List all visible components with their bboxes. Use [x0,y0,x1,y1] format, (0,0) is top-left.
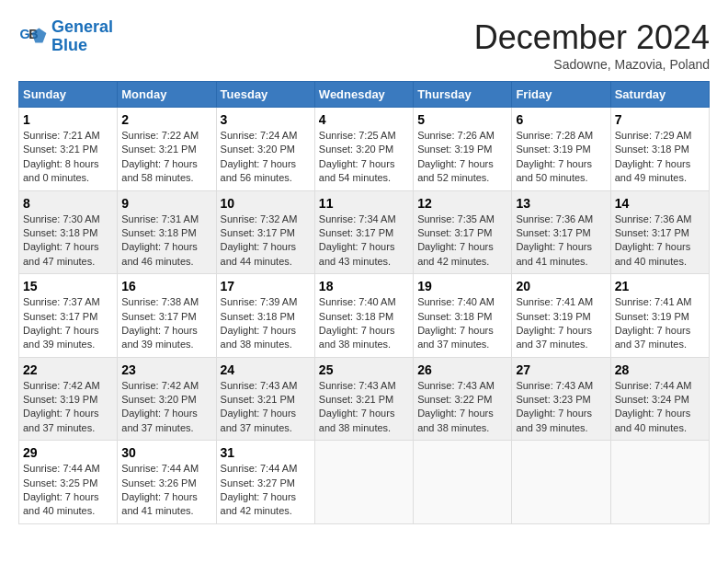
day-number: 22 [23,362,113,377]
day-number: 28 [615,362,705,377]
day-info: Sunrise: 7:35 AM Sunset: 3:17 PM Dayligh… [417,213,507,270]
day-number: 5 [417,112,507,127]
day-number: 23 [121,362,211,377]
day-info: Sunrise: 7:39 AM Sunset: 3:18 PM Dayligh… [221,295,311,352]
sunset-text: Sunset: 3:17 PM [319,227,393,238]
day-info: Sunrise: 7:29 AM Sunset: 3:18 PM Dayligh… [615,129,705,186]
day-info: Sunrise: 7:32 AM Sunset: 3:17 PM Dayligh… [221,213,311,270]
calendar-day-cell: 7 Sunrise: 7:29 AM Sunset: 3:18 PM Dayli… [610,108,709,191]
daylight-text: Daylight: 7 hours and 38 minutes. [221,325,297,350]
day-number: 31 [221,445,311,460]
calendar-day-cell: 12 Sunrise: 7:35 AM Sunset: 3:17 PM Dayl… [414,190,512,274]
sunrise-text: Sunrise: 7:39 AM [221,296,298,307]
sunrise-text: Sunrise: 7:42 AM [121,380,199,391]
sunrise-text: Sunrise: 7:21 AM [23,130,100,141]
day-info: Sunrise: 7:42 AM Sunset: 3:20 PM Dayligh… [121,379,211,436]
title-block: December 2024 Sadowne, Mazovia, Poland [474,18,710,72]
sunrise-text: Sunrise: 7:34 AM [319,213,396,224]
calendar-day-cell: 20 Sunrise: 7:41 AM Sunset: 3:19 PM Dayl… [512,274,610,358]
daylight-text: Daylight: 7 hours and 56 minutes. [221,158,297,183]
weekday-header: Friday [512,82,610,108]
calendar-day-cell: 10 Sunrise: 7:32 AM Sunset: 3:17 PM Dayl… [216,190,314,274]
day-info: Sunrise: 7:40 AM Sunset: 3:18 PM Dayligh… [319,295,409,352]
calendar-day-cell: 4 Sunrise: 7:25 AM Sunset: 3:20 PM Dayli… [314,108,413,191]
sunrise-text: Sunrise: 7:44 AM [121,463,199,474]
logo-text: General Blue [51,18,113,55]
day-info: Sunrise: 7:44 AM Sunset: 3:24 PM Dayligh… [615,379,705,436]
day-number: 16 [121,279,211,293]
daylight-text: Daylight: 7 hours and 37 minutes. [23,408,99,432]
day-info: Sunrise: 7:21 AM Sunset: 3:21 PM Dayligh… [23,129,113,186]
day-number: 4 [319,112,409,127]
weekday-header: Tuesday [216,82,314,108]
sunset-text: Sunset: 3:26 PM [121,477,196,488]
day-number: 25 [319,362,409,377]
sunset-text: Sunset: 3:25 PM [23,477,97,488]
day-number: 2 [121,112,211,127]
logo-line2: Blue [51,36,87,54]
weekday-header-row: SundayMondayTuesdayWednesdayThursdayFrid… [19,82,710,108]
sunset-text: Sunset: 3:17 PM [516,227,590,238]
day-number: 8 [23,196,113,211]
daylight-text: Daylight: 7 hours and 50 minutes. [516,158,592,183]
logo: G B General Blue [18,18,113,55]
calendar-day-cell: 24 Sunrise: 7:43 AM Sunset: 3:21 PM Dayl… [216,357,314,441]
sunset-text: Sunset: 3:19 PM [23,394,97,405]
weekday-header: Sunday [19,82,118,108]
calendar-week-row: 8 Sunrise: 7:30 AM Sunset: 3:18 PM Dayli… [19,190,710,274]
weekday-header: Thursday [414,82,512,108]
calendar-day-cell: 9 Sunrise: 7:31 AM Sunset: 3:18 PM Dayli… [118,190,216,274]
day-number: 27 [516,362,606,377]
calendar-week-row: 1 Sunrise: 7:21 AM Sunset: 3:21 PM Dayli… [19,108,710,191]
day-number: 29 [23,445,113,460]
logo-line1: General [51,17,113,36]
daylight-text: Daylight: 7 hours and 49 minutes. [615,158,691,183]
calendar-day-cell: 22 Sunrise: 7:42 AM Sunset: 3:19 PM Dayl… [19,357,118,441]
sunset-text: Sunset: 3:17 PM [417,227,492,238]
day-number: 17 [221,279,311,293]
daylight-text: Daylight: 7 hours and 37 minutes. [121,408,198,432]
calendar-day-cell: 8 Sunrise: 7:30 AM Sunset: 3:18 PM Dayli… [19,190,118,274]
day-number: 12 [417,196,507,211]
calendar-day-cell: 14 Sunrise: 7:36 AM Sunset: 3:17 PM Dayl… [610,190,709,274]
sunrise-text: Sunrise: 7:41 AM [516,296,593,307]
sunset-text: Sunset: 3:18 PM [417,311,492,322]
sunset-text: Sunset: 3:18 PM [23,227,97,238]
day-number: 20 [516,279,606,293]
calendar-week-row: 22 Sunrise: 7:42 AM Sunset: 3:19 PM Dayl… [19,357,710,441]
day-number: 26 [417,362,507,377]
calendar-table: SundayMondayTuesdayWednesdayThursdayFrid… [18,81,710,524]
daylight-text: Daylight: 7 hours and 40 minutes. [615,241,691,266]
sunrise-text: Sunrise: 7:44 AM [615,380,692,391]
calendar-week-row: 29 Sunrise: 7:44 AM Sunset: 3:25 PM Dayl… [19,441,710,524]
calendar-day-cell: 13 Sunrise: 7:36 AM Sunset: 3:17 PM Dayl… [512,190,610,274]
sunset-text: Sunset: 3:17 PM [121,311,196,322]
daylight-text: Daylight: 8 hours and 0 minutes. [23,158,99,183]
day-info: Sunrise: 7:44 AM Sunset: 3:27 PM Dayligh… [221,462,311,519]
daylight-text: Daylight: 7 hours and 41 minutes. [516,241,592,266]
day-number: 24 [221,362,311,377]
sunset-text: Sunset: 3:20 PM [121,394,196,405]
day-number: 7 [615,112,705,127]
sunset-text: Sunset: 3:24 PM [615,394,689,405]
day-number: 11 [319,196,409,211]
sunset-text: Sunset: 3:17 PM [23,311,97,322]
calendar-day-cell: 21 Sunrise: 7:41 AM Sunset: 3:19 PM Dayl… [610,274,709,358]
daylight-text: Daylight: 7 hours and 46 minutes. [121,241,198,266]
daylight-text: Daylight: 7 hours and 43 minutes. [319,241,395,266]
calendar-day-cell [512,441,610,524]
sunset-text: Sunset: 3:22 PM [417,394,492,405]
calendar-day-cell [414,441,512,524]
sunrise-text: Sunrise: 7:40 AM [417,296,495,307]
sunset-text: Sunset: 3:18 PM [221,311,295,322]
daylight-text: Daylight: 7 hours and 52 minutes. [417,158,494,183]
day-number: 9 [121,196,211,211]
calendar-day-cell: 1 Sunrise: 7:21 AM Sunset: 3:21 PM Dayli… [19,108,118,191]
sunset-text: Sunset: 3:18 PM [319,311,393,322]
calendar-day-cell: 2 Sunrise: 7:22 AM Sunset: 3:21 PM Dayli… [118,108,216,191]
sunrise-text: Sunrise: 7:30 AM [23,213,100,224]
day-info: Sunrise: 7:36 AM Sunset: 3:17 PM Dayligh… [615,213,705,270]
day-info: Sunrise: 7:43 AM Sunset: 3:22 PM Dayligh… [417,379,507,436]
location-subtitle: Sadowne, Mazovia, Poland [474,57,710,72]
daylight-text: Daylight: 7 hours and 40 minutes. [615,408,691,432]
